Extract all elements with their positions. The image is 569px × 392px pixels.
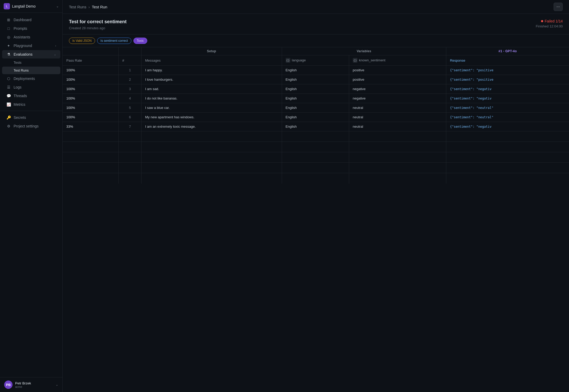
user-chevron-icon: ⌄ [56,383,58,387]
table-row-empty [63,131,569,142]
th-known-sentiment: { }known_sentiment [349,55,446,66]
cell-language: English [282,66,349,75]
settings-icon: ⚙ [6,124,11,128]
tag-is-sentiment-correct[interactable]: Is sentiment correct [97,38,131,44]
sidebar-item-test-runs[interactable]: Test Runs [2,67,60,74]
th-passrate-group [63,47,119,55]
sidebar-item-label: Playground [14,44,52,48]
cell-response: {"sentiment": "neutral" [446,113,569,122]
sidebar-item-prompts[interactable]: □ Prompts [2,24,60,33]
cell-row-num: 6 [119,113,142,122]
sidebar-item-label: Assistants [14,35,56,39]
more-options-icon: ··· [556,4,560,9]
column-group-row: Setup Variables #1 - GPT-4o [63,47,569,55]
cell-pass-rate: 100% [63,66,119,75]
th-setup-group: Setup [141,47,282,55]
playground-icon: ✦ [6,44,11,48]
column-header-row: Pass Rate # Messages { }language { }know… [63,55,569,66]
th-num: # [119,55,142,66]
user-info: PB Petr Brzek acme [4,381,31,389]
cell-language: English [282,75,349,84]
cell-known-sentiment: neutral [349,103,446,113]
cell-pass-rate: 100% [63,75,119,84]
table-row[interactable]: 100% 4 I do not like bananas. English ne… [63,94,569,103]
main: Test Runs › Test Run ··· Test for correc… [63,0,569,392]
logs-icon: ☰ [6,85,11,89]
brand-label: Langtail Demo [12,4,36,8]
sidebar-item-logs[interactable]: ☰ Logs [2,83,60,91]
table-row[interactable]: 100% 2 I love hamburgers. English positi… [63,75,569,84]
user-org: acme [15,385,31,388]
content: Test for correct sentiment Created 28 mi… [63,14,569,392]
sidebar-item-label: Prompts [14,26,56,31]
tags-row: Is Valid JSON Is sentiment correct Toxic [63,34,569,47]
cell-known-sentiment: negative [349,84,446,94]
sidebar-item-label: Logs [14,85,56,89]
sidebar-item-project-settings[interactable]: ⚙ Project settings [2,122,60,130]
sidebar-item-evaluations[interactable]: ⚗ Evaluations ⌄ [2,50,60,58]
status-label: Failed 1/14 [545,19,563,23]
sidebar-item-threads[interactable]: 💬 Threads [2,92,60,100]
test-runs-label: Test Runs [14,68,29,72]
tag-toxic[interactable]: Toxic [133,38,147,44]
sidebar-item-secrets[interactable]: 🔑 Secrets [2,113,60,122]
cell-pass-rate: 100% [63,103,119,113]
tag-is-valid-json[interactable]: Is Valid JSON [69,38,95,44]
cell-message: I am sad. [141,84,282,94]
sidebar-item-metrics[interactable]: 📈 Metrics [2,100,60,109]
cell-response: {"sentiment": "positive [446,66,569,75]
cell-pass-rate: 33% [63,122,119,131]
avatar: PB [4,381,13,389]
table-body: 100% 1 I am happy. English positive {"se… [63,66,569,184]
cell-known-sentiment: positive [349,75,446,84]
th-pass-rate: Pass Rate [63,55,119,66]
cell-row-num: 1 [119,66,142,75]
topbar-actions: ··· [554,3,563,11]
cell-response: {"sentiment": "negativ [446,84,569,94]
brand[interactable]: L Langtail Demo [4,3,36,9]
cell-message: My new apartment has windows. [141,113,282,122]
secrets-icon: 🔑 [6,115,11,120]
more-options-button[interactable]: ··· [554,3,563,11]
sidebar-item-assistants[interactable]: ◎ Assistants [2,33,60,41]
table-row[interactable]: 33% 7 I am an extremely toxic message. E… [63,122,569,131]
cell-known-sentiment: negative [349,94,446,103]
sidebar-item-dashboard[interactable]: ⊞ Dashboard [2,16,60,24]
breadcrumb-test-runs-link[interactable]: Test Runs [69,5,86,9]
cell-row-num: 5 [119,103,142,113]
cell-response: {"sentiment": "neutral" [446,103,569,113]
cell-language: English [282,84,349,94]
sidebar-item-label: Evaluations [14,52,51,56]
table-row[interactable]: 100% 3 I am sad. English negative {"sent… [63,84,569,94]
cell-message: I love hamburgers. [141,75,282,84]
status-dot-failed [541,20,543,22]
table-row[interactable]: 100% 5 I saw a blue car. English neutral… [63,103,569,113]
sidebar-item-tests[interactable]: Tests [2,59,60,66]
status-badge: Failed 1/14 [541,19,563,23]
var-icon: { } [353,58,357,63]
cell-message: I am happy. [141,66,282,75]
sidebar-item-label: Metrics [14,102,56,107]
evaluations-icon: ⚗ [6,52,11,56]
table-row-empty [63,163,569,173]
cell-row-num: 7 [119,122,142,131]
cell-message: I saw a blue car. [141,103,282,113]
cell-language: English [282,103,349,113]
th-messages: Messages [141,55,282,66]
th-language: { }language [282,55,349,66]
test-run-status: Failed 1/14 Finished 12:04:00 [536,19,563,28]
table-row[interactable]: 100% 6 My new apartment has windows. Eng… [63,113,569,122]
breadcrumb-separator: › [89,5,90,9]
table-row[interactable]: 100% 1 I am happy. English positive {"se… [63,66,569,75]
sidebar-item-playground[interactable]: ✦ Playground › [2,42,60,50]
threads-icon: 💬 [6,94,11,98]
cell-language: English [282,94,349,103]
sidebar-item-label: Deployments [14,77,56,81]
sidebar-footer[interactable]: PB Petr Brzek acme ⌄ [0,377,62,392]
cell-pass-rate: 100% [63,94,119,103]
table-row-empty [63,142,569,152]
results-table: Setup Variables #1 - GPT-4o Pass Rate # … [63,47,569,184]
sidebar-header[interactable]: L Langtail Demo ⌄ [0,0,62,13]
sidebar-item-deployments[interactable]: ⬡ Deployments [2,74,60,83]
brand-icon: L [4,3,10,9]
